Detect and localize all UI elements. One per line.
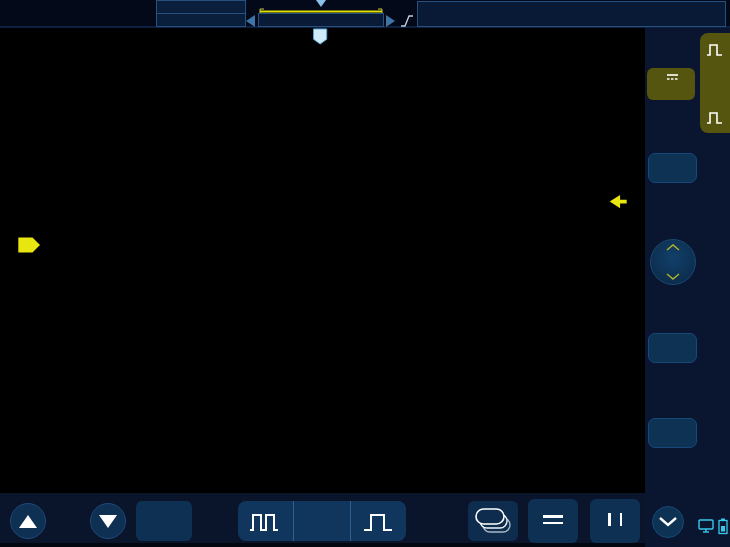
bottom-strip bbox=[0, 543, 645, 547]
chevron-down-small-icon bbox=[665, 273, 681, 280]
oscilloscope-app bbox=[0, 0, 730, 547]
chevron-up-icon bbox=[665, 244, 681, 251]
top-bar bbox=[0, 0, 730, 28]
double-pulse-icon bbox=[248, 506, 284, 536]
dc-coupling-icon bbox=[667, 70, 678, 85]
battery-icon bbox=[718, 518, 729, 535]
ch2-button[interactable] bbox=[648, 153, 697, 183]
pulse-up-icon bbox=[706, 41, 724, 57]
pulse-down-icon bbox=[706, 109, 724, 125]
vertical-cursor-button[interactable] bbox=[590, 499, 640, 543]
quick-save-button[interactable] bbox=[136, 501, 192, 541]
scale-up-button[interactable] bbox=[10, 503, 46, 539]
trigger-time-marker[interactable] bbox=[314, 29, 327, 44]
channel1-marker[interactable] bbox=[18, 237, 40, 252]
timebase-zoom-out-button[interactable] bbox=[238, 501, 293, 541]
collapse-menu-button[interactable] bbox=[652, 506, 684, 538]
horizontal-cursor-icon bbox=[543, 515, 563, 524]
timebase-control bbox=[238, 501, 406, 541]
ch4-button[interactable] bbox=[648, 418, 697, 448]
horizontal-cursor-button[interactable] bbox=[528, 499, 578, 543]
chevron-down-icon bbox=[657, 516, 679, 528]
trigger-level-button[interactable] bbox=[650, 239, 696, 285]
trigger-level-readout[interactable] bbox=[417, 1, 726, 27]
scale-down-button[interactable] bbox=[90, 503, 126, 539]
triangle-down-icon bbox=[99, 515, 117, 528]
waveform-display[interactable] bbox=[0, 28, 645, 493]
trigger-position-pointer-icon bbox=[316, 0, 326, 7]
trigger-level-arrow-icon[interactable] bbox=[610, 195, 627, 208]
memory-depth bbox=[157, 1, 245, 14]
timebase-zoom-in-button[interactable] bbox=[351, 501, 406, 541]
trigger-position-readout[interactable] bbox=[258, 13, 384, 27]
ch3-button[interactable] bbox=[648, 333, 697, 363]
vertical-cursor-icon bbox=[608, 513, 622, 526]
display-output-icon bbox=[698, 518, 715, 535]
pan-left-arrow-icon[interactable] bbox=[246, 15, 255, 27]
acquisition-info-box[interactable] bbox=[156, 0, 246, 27]
timebase-value[interactable] bbox=[294, 501, 349, 541]
probe-panel[interactable] bbox=[700, 33, 730, 133]
triangle-up-icon bbox=[19, 515, 37, 528]
channel-stack-icon bbox=[472, 506, 514, 536]
scope-graticule-and-trace bbox=[0, 28, 645, 493]
single-pulse-icon bbox=[361, 506, 395, 536]
right-sidebar bbox=[645, 28, 730, 547]
active-channel-selector-button[interactable] bbox=[468, 501, 518, 541]
sample-rate bbox=[157, 14, 245, 27]
bottom-bar bbox=[0, 493, 645, 547]
ch1-badge[interactable] bbox=[647, 68, 695, 100]
status-icons bbox=[698, 518, 730, 535]
pan-right-arrow-icon[interactable] bbox=[386, 15, 395, 27]
